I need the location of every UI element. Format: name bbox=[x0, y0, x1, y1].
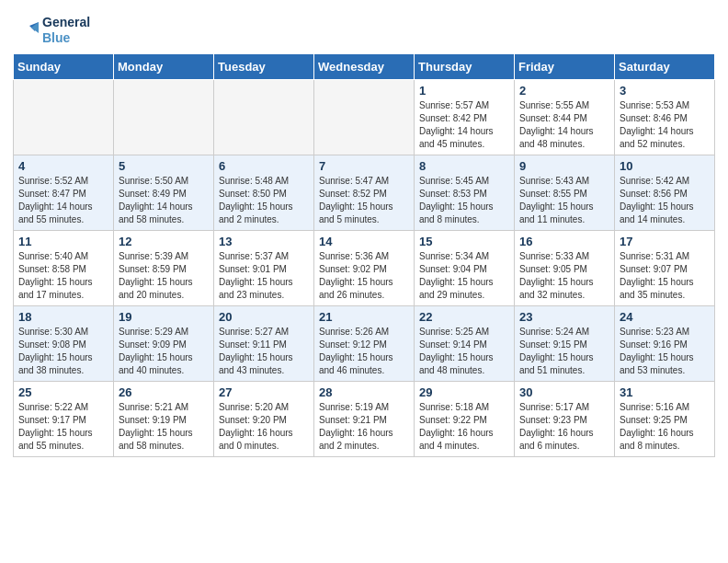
calendar-day: 22Sunrise: 5:25 AMSunset: 9:14 PMDayligh… bbox=[415, 305, 515, 381]
day-info: Sunrise: 5:16 AMSunset: 9:25 PMDaylight:… bbox=[620, 401, 710, 453]
day-info: Sunrise: 5:19 AMSunset: 9:21 PMDaylight:… bbox=[319, 401, 409, 453]
day-number: 30 bbox=[519, 385, 609, 399]
calendar-day: 24Sunrise: 5:23 AMSunset: 9:16 PMDayligh… bbox=[615, 305, 715, 381]
calendar-day: 2Sunrise: 5:55 AMSunset: 8:44 PMDaylight… bbox=[515, 79, 615, 155]
day-info: Sunrise: 5:39 AMSunset: 8:59 PMDaylight:… bbox=[119, 250, 209, 302]
day-info: Sunrise: 5:43 AMSunset: 8:55 PMDaylight:… bbox=[519, 175, 609, 226]
calendar-day: 15Sunrise: 5:34 AMSunset: 9:04 PMDayligh… bbox=[415, 230, 515, 305]
logo: General Blue bbox=[18, 15, 90, 46]
calendar-day bbox=[214, 79, 314, 155]
day-info: Sunrise: 5:40 AMSunset: 8:58 PMDaylight:… bbox=[18, 250, 108, 302]
day-info: Sunrise: 5:55 AMSunset: 8:44 PMDaylight:… bbox=[519, 99, 609, 151]
day-number: 4 bbox=[18, 159, 108, 173]
calendar-week-4: 18Sunrise: 5:30 AMSunset: 9:08 PMDayligh… bbox=[14, 305, 715, 381]
weekday-header-wednesday: Wednesday bbox=[314, 53, 415, 79]
day-info: Sunrise: 5:31 AMSunset: 9:07 PMDaylight:… bbox=[620, 250, 710, 302]
day-number: 9 bbox=[519, 159, 609, 173]
day-number: 18 bbox=[18, 310, 108, 324]
calendar-day: 11Sunrise: 5:40 AMSunset: 8:58 PMDayligh… bbox=[14, 230, 114, 305]
weekday-header-friday: Friday bbox=[515, 53, 615, 79]
calendar-day: 7Sunrise: 5:47 AMSunset: 8:52 PMDaylight… bbox=[314, 155, 415, 230]
calendar-day: 5Sunrise: 5:50 AMSunset: 8:49 PMDaylight… bbox=[114, 155, 214, 230]
calendar-day: 21Sunrise: 5:26 AMSunset: 9:12 PMDayligh… bbox=[314, 305, 415, 381]
day-number: 29 bbox=[419, 385, 509, 399]
day-number: 5 bbox=[119, 159, 209, 173]
calendar-day: 23Sunrise: 5:24 AMSunset: 9:15 PMDayligh… bbox=[515, 305, 615, 381]
calendar-body: 1Sunrise: 5:57 AMSunset: 8:42 PMDaylight… bbox=[14, 79, 715, 456]
calendar-week-1: 1Sunrise: 5:57 AMSunset: 8:42 PMDaylight… bbox=[14, 79, 715, 155]
day-number: 19 bbox=[119, 310, 209, 324]
day-number: 20 bbox=[219, 310, 309, 324]
day-info: Sunrise: 5:24 AMSunset: 9:15 PMDaylight:… bbox=[519, 326, 609, 377]
day-info: Sunrise: 5:53 AMSunset: 8:46 PMDaylight:… bbox=[620, 99, 710, 151]
logo-text: General Blue bbox=[42, 15, 90, 46]
calendar-day: 29Sunrise: 5:18 AMSunset: 9:22 PMDayligh… bbox=[415, 381, 515, 456]
day-number: 13 bbox=[219, 235, 309, 248]
calendar-day: 1Sunrise: 5:57 AMSunset: 8:42 PMDaylight… bbox=[415, 79, 515, 155]
calendar-day: 18Sunrise: 5:30 AMSunset: 9:08 PMDayligh… bbox=[14, 305, 114, 381]
calendar-day: 30Sunrise: 5:17 AMSunset: 9:23 PMDayligh… bbox=[515, 381, 615, 456]
calendar-table: SundayMondayTuesdayWednesdayThursdayFrid… bbox=[13, 53, 715, 457]
day-info: Sunrise: 5:47 AMSunset: 8:52 PMDaylight:… bbox=[319, 175, 409, 226]
calendar-day: 17Sunrise: 5:31 AMSunset: 9:07 PMDayligh… bbox=[615, 230, 715, 305]
weekday-header-saturday: Saturday bbox=[615, 53, 715, 79]
calendar-week-5: 25Sunrise: 5:22 AMSunset: 9:17 PMDayligh… bbox=[14, 381, 715, 456]
calendar-day: 4Sunrise: 5:52 AMSunset: 8:47 PMDaylight… bbox=[14, 155, 114, 230]
calendar-header: SundayMondayTuesdayWednesdayThursdayFrid… bbox=[14, 53, 715, 79]
calendar-day bbox=[114, 79, 214, 155]
calendar-day: 8Sunrise: 5:45 AMSunset: 8:53 PMDaylight… bbox=[415, 155, 515, 230]
calendar-week-2: 4Sunrise: 5:52 AMSunset: 8:47 PMDaylight… bbox=[14, 155, 715, 230]
day-info: Sunrise: 5:27 AMSunset: 9:11 PMDaylight:… bbox=[219, 326, 309, 377]
day-number: 17 bbox=[620, 235, 710, 248]
day-number: 14 bbox=[319, 235, 409, 248]
day-number: 8 bbox=[419, 159, 509, 173]
calendar-day: 26Sunrise: 5:21 AMSunset: 9:19 PMDayligh… bbox=[114, 381, 214, 456]
day-number: 12 bbox=[119, 235, 209, 248]
day-info: Sunrise: 5:34 AMSunset: 9:04 PMDaylight:… bbox=[419, 250, 509, 302]
day-number: 6 bbox=[219, 159, 309, 173]
day-info: Sunrise: 5:30 AMSunset: 9:08 PMDaylight:… bbox=[18, 326, 108, 377]
calendar-day: 9Sunrise: 5:43 AMSunset: 8:55 PMDaylight… bbox=[515, 155, 615, 230]
calendar-day: 14Sunrise: 5:36 AMSunset: 9:02 PMDayligh… bbox=[314, 230, 415, 305]
day-number: 2 bbox=[519, 84, 609, 98]
day-number: 31 bbox=[620, 385, 710, 399]
calendar-day bbox=[14, 79, 114, 155]
calendar-day: 13Sunrise: 5:37 AMSunset: 9:01 PMDayligh… bbox=[214, 230, 314, 305]
day-info: Sunrise: 5:22 AMSunset: 9:17 PMDaylight:… bbox=[18, 401, 108, 453]
day-number: 10 bbox=[620, 159, 710, 173]
day-info: Sunrise: 5:23 AMSunset: 9:16 PMDaylight:… bbox=[620, 326, 710, 377]
calendar-day: 28Sunrise: 5:19 AMSunset: 9:21 PMDayligh… bbox=[314, 381, 415, 456]
calendar-day: 27Sunrise: 5:20 AMSunset: 9:20 PMDayligh… bbox=[214, 381, 314, 456]
day-number: 23 bbox=[519, 310, 609, 324]
calendar-container: SundayMondayTuesdayWednesdayThursdayFrid… bbox=[0, 53, 728, 470]
logo-wrapper: General Blue bbox=[18, 15, 90, 46]
day-number: 7 bbox=[319, 159, 409, 173]
day-info: Sunrise: 5:17 AMSunset: 9:23 PMDaylight:… bbox=[519, 401, 609, 453]
day-info: Sunrise: 5:48 AMSunset: 8:50 PMDaylight:… bbox=[219, 175, 309, 226]
day-info: Sunrise: 5:21 AMSunset: 9:19 PMDaylight:… bbox=[119, 401, 209, 453]
weekday-header-row: SundayMondayTuesdayWednesdayThursdayFrid… bbox=[14, 53, 715, 79]
weekday-header-tuesday: Tuesday bbox=[214, 53, 314, 79]
calendar-day: 19Sunrise: 5:29 AMSunset: 9:09 PMDayligh… bbox=[114, 305, 214, 381]
calendar-day: 12Sunrise: 5:39 AMSunset: 8:59 PMDayligh… bbox=[114, 230, 214, 305]
day-info: Sunrise: 5:52 AMSunset: 8:47 PMDaylight:… bbox=[18, 175, 108, 226]
day-info: Sunrise: 5:37 AMSunset: 9:01 PMDaylight:… bbox=[219, 250, 309, 302]
day-number: 25 bbox=[18, 385, 108, 399]
calendar-day: 10Sunrise: 5:42 AMSunset: 8:56 PMDayligh… bbox=[615, 155, 715, 230]
day-info: Sunrise: 5:33 AMSunset: 9:05 PMDaylight:… bbox=[519, 250, 609, 302]
day-info: Sunrise: 5:42 AMSunset: 8:56 PMDaylight:… bbox=[620, 175, 710, 226]
day-info: Sunrise: 5:29 AMSunset: 9:09 PMDaylight:… bbox=[119, 326, 209, 377]
calendar-day: 25Sunrise: 5:22 AMSunset: 9:17 PMDayligh… bbox=[14, 381, 114, 456]
calendar-day: 6Sunrise: 5:48 AMSunset: 8:50 PMDaylight… bbox=[214, 155, 314, 230]
weekday-header-thursday: Thursday bbox=[415, 53, 515, 79]
day-number: 15 bbox=[419, 235, 509, 248]
day-info: Sunrise: 5:36 AMSunset: 9:02 PMDaylight:… bbox=[319, 250, 409, 302]
day-info: Sunrise: 5:20 AMSunset: 9:20 PMDaylight:… bbox=[219, 401, 309, 453]
day-number: 28 bbox=[319, 385, 409, 399]
calendar-day bbox=[314, 79, 415, 155]
calendar-day: 16Sunrise: 5:33 AMSunset: 9:05 PMDayligh… bbox=[515, 230, 615, 305]
day-number: 11 bbox=[18, 235, 108, 248]
day-info: Sunrise: 5:45 AMSunset: 8:53 PMDaylight:… bbox=[419, 175, 509, 226]
day-number: 21 bbox=[319, 310, 409, 324]
day-info: Sunrise: 5:26 AMSunset: 9:12 PMDaylight:… bbox=[319, 326, 409, 377]
